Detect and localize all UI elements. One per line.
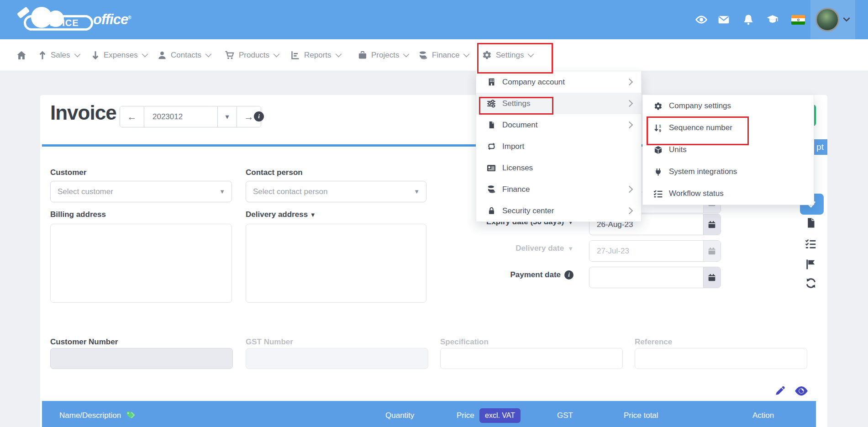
submenu-item-units[interactable]: Units xyxy=(643,139,814,161)
sort-numeric-icon: 19 xyxy=(653,124,663,132)
caret-down-icon[interactable]: ▼ xyxy=(310,211,316,218)
info-icon[interactable]: i xyxy=(254,111,264,121)
file-icon xyxy=(805,217,816,229)
invoice-number-dropdown-button[interactable]: ▾ xyxy=(217,106,237,127)
contact-person-select[interactable]: Select contact person▼ xyxy=(246,181,426,202)
nav-item-settings[interactable]: Settings xyxy=(482,39,534,71)
chevron-down-icon xyxy=(205,51,212,58)
payment-date-input[interactable] xyxy=(589,267,703,288)
column-quantity[interactable]: Quantity xyxy=(385,401,414,427)
page-title: Invoice xyxy=(50,101,116,124)
billing-address-label: Billing address xyxy=(50,210,106,219)
menu-item-document[interactable]: Document xyxy=(476,114,641,136)
chevron-down-icon xyxy=(843,17,850,22)
sliders-icon xyxy=(486,99,496,108)
column-gst[interactable]: GST xyxy=(557,401,573,427)
caret-down-icon: ▼ xyxy=(219,188,225,195)
previous-invoice-button[interactable]: ← xyxy=(120,106,144,127)
menu-item-settings[interactable]: Settings xyxy=(476,93,641,114)
nav-item-finance[interactable]: Finance xyxy=(419,39,469,71)
user-account-menu[interactable] xyxy=(810,0,855,39)
invoice-office-app: { "header": { "logo_primary": "INVOICE",… xyxy=(0,0,868,427)
file-icon xyxy=(486,121,496,129)
billing-address-textarea[interactable] xyxy=(50,224,232,303)
svg-text:9: 9 xyxy=(659,128,661,132)
lock-icon xyxy=(486,206,496,215)
column-name-description[interactable]: Name/Description xyxy=(59,401,135,427)
home-icon xyxy=(16,50,26,60)
gst-number-label: GST Number xyxy=(246,337,293,347)
caret-down-icon[interactable]: ▼ xyxy=(568,245,573,252)
reference-input[interactable] xyxy=(635,348,807,369)
graduation-cap-icon[interactable] xyxy=(766,0,779,39)
info-icon[interactable]: i xyxy=(564,270,573,279)
submenu-item-system-integrations[interactable]: System integrations xyxy=(643,161,814,183)
column-price[interactable]: Price xyxy=(457,401,474,427)
nav-item-products[interactable]: Products xyxy=(225,39,279,71)
user-icon xyxy=(158,51,167,60)
nav-item-sales[interactable]: Sales xyxy=(38,39,80,71)
nav-home[interactable] xyxy=(16,39,26,71)
nav-item-projects[interactable]: Projects xyxy=(358,39,409,71)
menu-item-company-account[interactable]: Company account xyxy=(476,71,641,93)
gear-icon xyxy=(482,50,492,60)
list-check-icon xyxy=(805,238,816,249)
task-list-button[interactable] xyxy=(805,238,816,249)
document-copy-button[interactable] xyxy=(805,217,816,229)
chevron-right-icon xyxy=(626,207,633,215)
preview-lines-button[interactable] xyxy=(794,385,808,396)
calendar-icon[interactable] xyxy=(703,267,721,288)
submenu-item-company-settings[interactable]: Company settings xyxy=(643,95,814,117)
customer-select[interactable]: Select customer▼ xyxy=(50,181,232,202)
nav-item-expenses[interactable]: Expenses xyxy=(91,39,148,71)
invoice-number-input[interactable]: 2023012 xyxy=(144,106,217,127)
building-icon xyxy=(486,78,496,86)
delivery-address-label: Delivery address ▼ xyxy=(246,210,316,219)
refresh-button[interactable] xyxy=(805,278,816,289)
logo-text-primary: INVOICE xyxy=(38,18,79,28)
payment-date-group xyxy=(589,267,721,288)
preview-eye-icon[interactable] xyxy=(695,0,707,39)
column-action[interactable]: Action xyxy=(752,401,774,427)
excl-vat-badge[interactable]: excl. VAT xyxy=(479,408,521,423)
invoice-number-navigator: ← 2023012 ▾ → xyxy=(120,106,261,127)
app-logo[interactable]: INVOICE office® xyxy=(14,6,131,33)
tags-icon xyxy=(125,411,135,421)
flag-icon xyxy=(805,259,816,270)
bell-icon[interactable] xyxy=(742,0,754,39)
cart-icon xyxy=(225,51,235,60)
chevron-down-icon xyxy=(463,51,470,58)
specification-input[interactable] xyxy=(440,348,623,369)
caret-down-icon: ▼ xyxy=(414,188,420,195)
india-flag-icon[interactable] xyxy=(791,0,805,39)
customer-number-input[interactable] xyxy=(50,348,233,369)
settings-dropdown-menu: Company account Settings Document Import… xyxy=(476,71,642,222)
submenu-item-sequence-number[interactable]: 19 Sequence number xyxy=(643,117,814,139)
menu-item-import[interactable]: Import xyxy=(476,136,641,157)
mail-icon[interactable] xyxy=(718,0,730,39)
eye-icon xyxy=(794,385,808,396)
calendar-icon[interactable] xyxy=(703,241,721,261)
delivery-date-input[interactable]: 27-Jul-23 xyxy=(589,241,703,261)
cube-icon xyxy=(653,146,663,154)
menu-item-licenses[interactable]: Licenses xyxy=(476,157,641,179)
chevron-down-icon xyxy=(403,51,410,58)
calendar-icon[interactable] xyxy=(703,214,721,235)
svg-text:1: 1 xyxy=(659,124,661,128)
top-header: INVOICE office® xyxy=(0,0,868,39)
column-price-total[interactable]: Price total xyxy=(624,401,658,427)
submenu-item-workflow-status[interactable]: Workflow status xyxy=(643,183,814,205)
coins-icon xyxy=(486,185,496,194)
menu-item-finance[interactable]: Finance xyxy=(476,179,641,200)
flag-button[interactable] xyxy=(805,259,816,270)
avatar[interactable] xyxy=(815,8,839,32)
gst-number-input[interactable] xyxy=(246,348,428,369)
nav-item-contacts[interactable]: Contacts xyxy=(158,39,211,71)
menu-item-security-center[interactable]: Security center xyxy=(476,200,641,221)
coins-icon xyxy=(419,51,428,60)
edit-lines-button[interactable] xyxy=(774,385,786,396)
chevron-down-icon xyxy=(74,51,80,58)
delivery-address-textarea[interactable] xyxy=(246,224,426,303)
gear-icon xyxy=(653,102,663,111)
nav-item-reports[interactable]: Reports xyxy=(291,39,342,71)
